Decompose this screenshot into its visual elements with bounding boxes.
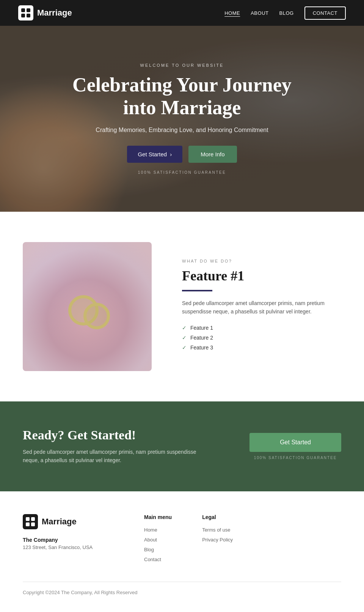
logo-svg bbox=[20, 8, 31, 18]
list-item: ✓ Feature 2 bbox=[182, 335, 341, 341]
more-info-button[interactable]: More Info bbox=[188, 146, 237, 163]
footer-logo-icon bbox=[23, 514, 38, 529]
cta-left: Ready? Get Started! Sed pede ullamcorper… bbox=[23, 428, 205, 465]
hero-description: Crafting Memories, Embracing Love, and H… bbox=[57, 127, 307, 134]
footer-main-menu: Main menu Home About Blog Contact bbox=[144, 514, 172, 563]
footer-logo: Marriage bbox=[23, 514, 114, 529]
list-item: ✓ Feature 1 bbox=[182, 325, 341, 331]
footer-company-name: The Company bbox=[23, 537, 114, 543]
footer-menu-item: Terms of use bbox=[202, 526, 233, 533]
feature-image bbox=[23, 242, 152, 371]
get-started-button[interactable]: Get Started › bbox=[127, 146, 182, 163]
svg-rect-7 bbox=[31, 522, 35, 526]
svg-rect-1 bbox=[27, 8, 30, 12]
footer-home-link[interactable]: Home bbox=[144, 527, 157, 533]
footer-top: Marriage The Company 123 Street, San Fra… bbox=[23, 514, 341, 582]
feature-label: WHAT DO WE DO? bbox=[182, 259, 341, 263]
footer-legal-menu-title: Legal bbox=[202, 514, 233, 520]
footer-brand: Marriage The Company 123 Street, San Fra… bbox=[23, 514, 114, 563]
svg-rect-5 bbox=[31, 517, 35, 521]
hero-buttons: Get Started › More Info bbox=[57, 146, 307, 163]
footer-address: 123 Street, San Francisco, USA bbox=[23, 544, 114, 550]
hero-content: WELCOME TO OUR WEBSITE Celebrating Your … bbox=[34, 63, 330, 175]
feature-divider bbox=[182, 290, 212, 291]
svg-rect-6 bbox=[26, 522, 30, 526]
svg-rect-4 bbox=[26, 517, 30, 521]
footer-menu-item: Privacy Policy bbox=[202, 536, 233, 543]
footer-about-link[interactable]: About bbox=[144, 537, 157, 543]
footer-legal-menu: Legal Terms of use Privacy Policy bbox=[202, 514, 233, 563]
hero-section: WELCOME TO OUR WEBSITE Celebrating Your … bbox=[0, 26, 364, 212]
hero-title: Celebrating Your Journey into Marriage bbox=[57, 74, 307, 119]
feature-description: Sed pede ullamcorper amet ullamcorper pr… bbox=[182, 299, 341, 316]
nav-blog[interactable]: BLOG bbox=[279, 10, 294, 16]
hero-subtitle: WELCOME TO OUR WEBSITE bbox=[57, 63, 307, 68]
nav-home[interactable]: HOME bbox=[224, 10, 240, 16]
footer-contact-link[interactable]: Contact bbox=[144, 557, 161, 562]
footer-menu-item: About bbox=[144, 536, 172, 543]
svg-rect-2 bbox=[21, 14, 25, 17]
footer-privacy-link[interactable]: Privacy Policy bbox=[202, 537, 233, 543]
cta-guarantee: 100% SATISFACTION GUARANTEE bbox=[254, 456, 337, 460]
check-icon: ✓ bbox=[182, 345, 187, 351]
list-item: ✓ Feature 3 bbox=[182, 345, 341, 351]
footer-menu-item: Blog bbox=[144, 546, 172, 553]
nav-logo[interactable]: Marriage bbox=[18, 5, 72, 20]
svg-rect-3 bbox=[27, 14, 30, 17]
svg-rect-0 bbox=[21, 8, 25, 12]
footer-main-menu-list: Home About Blog Contact bbox=[144, 526, 172, 563]
logo-icon bbox=[18, 5, 33, 20]
feature-title: Feature #1 bbox=[182, 268, 341, 284]
footer-terms-link[interactable]: Terms of use bbox=[202, 527, 230, 533]
feature-list: ✓ Feature 1 ✓ Feature 2 ✓ Feature 3 bbox=[182, 325, 341, 351]
footer-menu-item: Home bbox=[144, 526, 172, 533]
cta-get-started-button[interactable]: Get Started bbox=[249, 433, 341, 452]
feature-section: WHAT DO WE DO? Feature #1 Sed pede ullam… bbox=[0, 212, 364, 401]
footer-main-menu-title: Main menu bbox=[144, 514, 172, 520]
arrow-icon: › bbox=[170, 151, 172, 157]
nav-contact[interactable]: CONTACT bbox=[304, 6, 346, 20]
footer-legal-menu-list: Terms of use Privacy Policy bbox=[202, 526, 233, 543]
footer-bottom: Copyright ©2024 The Company, All Rights … bbox=[23, 582, 341, 603]
nav-links: HOME ABOUT BLOG CONTACT bbox=[224, 6, 346, 20]
footer: Marriage The Company 123 Street, San Fra… bbox=[0, 491, 364, 603]
navbar: Marriage HOME ABOUT BLOG CONTACT bbox=[0, 0, 364, 26]
cta-description: Sed pede ullamcorper amet ullamcorper pr… bbox=[23, 448, 205, 465]
hero-guarantee: 100% SATISFACTION GUARANTEE bbox=[57, 170, 307, 175]
cta-right: Get Started 100% SATISFACTION GUARANTEE bbox=[249, 433, 341, 460]
footer-logo-svg bbox=[25, 516, 36, 527]
check-icon: ✓ bbox=[182, 325, 187, 331]
feature-content: WHAT DO WE DO? Feature #1 Sed pede ullam… bbox=[182, 259, 341, 355]
nav-logo-text: Marriage bbox=[37, 8, 72, 18]
footer-blog-link[interactable]: Blog bbox=[144, 547, 154, 552]
cta-section: Ready? Get Started! Sed pede ullamcorper… bbox=[0, 401, 364, 491]
footer-logo-text: Marriage bbox=[42, 517, 77, 527]
footer-copyright: Copyright ©2024 The Company, All Rights … bbox=[23, 590, 341, 595]
ring-image-2 bbox=[83, 303, 110, 329]
footer-menu-item: Contact bbox=[144, 556, 172, 563]
cta-title: Ready? Get Started! bbox=[23, 428, 205, 442]
check-icon: ✓ bbox=[182, 335, 187, 341]
nav-about[interactable]: ABOUT bbox=[251, 10, 268, 16]
